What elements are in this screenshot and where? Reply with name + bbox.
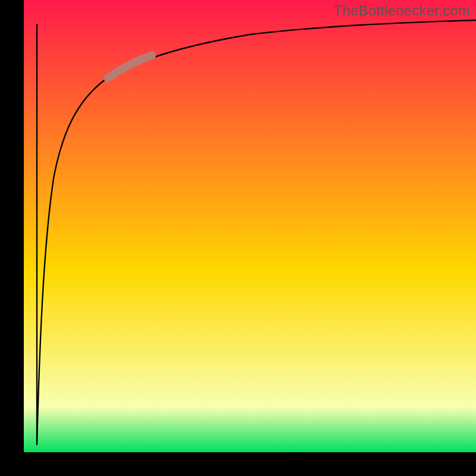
watermark-text: TheBottlenecker.com xyxy=(334,2,470,19)
plot-background xyxy=(24,0,476,452)
chart-container: TheBottlenecker.com xyxy=(0,0,476,476)
axis-left-block xyxy=(0,0,24,476)
chart-svg xyxy=(0,0,476,476)
axis-bottom-block xyxy=(0,452,476,476)
